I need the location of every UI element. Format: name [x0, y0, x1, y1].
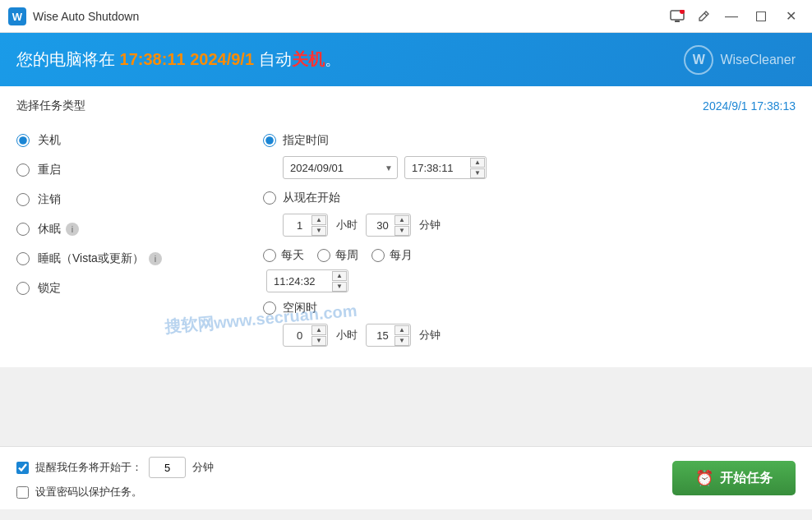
main-content-wrapper: 选择任务类型 2024/9/1 17:38:13 关机 重启 注销 — [0, 86, 812, 446]
time-spinner-arrows: ▲ ▼ — [470, 158, 485, 178]
start-btn-icon: ⏰ — [695, 469, 713, 487]
minimize-btn[interactable]: — — [718, 5, 745, 28]
status-prefix: 您的电脑将在 — [16, 50, 120, 68]
radio-lock-label: 锁定 — [38, 281, 61, 296]
idle-radio[interactable] — [263, 301, 276, 315]
wisecleaner-label: WiseCleaner — [720, 53, 796, 67]
date-selector: ▼ — [283, 156, 398, 179]
radio-sleep[interactable]: 睡眠（Vista或更新） i — [16, 251, 247, 266]
daily-label: 每天 — [281, 248, 304, 263]
radio-logoff[interactable]: 注销 — [16, 192, 247, 207]
monthly-label: 每月 — [390, 248, 413, 263]
password-checkbox[interactable] — [16, 486, 29, 499]
radio-restart[interactable]: 重启 — [16, 163, 247, 177]
from-now-radio[interactable] — [263, 191, 276, 205]
title-bar-controls: — ✕ — [666, 5, 804, 28]
idle-option[interactable]: 空闲时 — [263, 301, 796, 315]
close-btn[interactable]: ✕ — [777, 5, 804, 28]
idle-minutes-spinner: ▲ ▼ — [366, 324, 411, 347]
idle-hours-up-btn[interactable]: ▲ — [311, 325, 326, 335]
specified-time-option[interactable]: 指定时间 — [263, 133, 796, 148]
restore-btn[interactable] — [748, 5, 774, 28]
wisecleaner-logo: W — [684, 45, 713, 75]
weekly-radio[interactable] — [317, 249, 330, 262]
time-up-btn[interactable]: ▲ — [470, 158, 485, 168]
edit-icon-btn[interactable] — [692, 5, 715, 28]
specified-time-radio[interactable] — [263, 134, 276, 147]
two-columns-layout: 关机 重启 注销 休眠 i 睡眠（Vista或更新） — [16, 127, 796, 355]
time-spinner: ▲ ▼ — [404, 156, 487, 179]
status-middle: 自动 — [254, 50, 292, 68]
start-task-button[interactable]: ⏰ 开始任务 — [672, 461, 796, 495]
radio-restart-label: 重启 — [38, 163, 61, 177]
monthly-option[interactable]: 每月 — [371, 248, 413, 263]
datetime-row: ▼ ▲ ▼ — [283, 156, 796, 179]
radio-hibernate-input[interactable] — [16, 223, 30, 236]
daily-radio[interactable] — [263, 249, 276, 262]
idle-label: 空闲时 — [283, 301, 317, 315]
radio-hibernate[interactable]: 休眠 i — [16, 222, 247, 237]
from-now-section: 从现在开始 ▲ ▼ 小时 — [263, 191, 796, 237]
specified-time-section: 指定时间 ▼ ▲ ▼ — [263, 133, 796, 179]
date-input[interactable] — [283, 156, 398, 179]
reminder-label-suffix: 分钟 — [192, 460, 214, 475]
hours-spinner-arrows: ▲ ▼ — [311, 215, 326, 236]
action-highlight: 关机 — [292, 50, 325, 68]
idle-section: 空闲时 ▲ ▼ 小时 — [263, 301, 796, 347]
from-now-option[interactable]: 从现在开始 — [263, 191, 796, 205]
radio-restart-input[interactable] — [16, 163, 30, 177]
minutes-spinner-arrows: ▲ ▼ — [394, 215, 409, 236]
radio-sleep-label: 睡眠（Vista或更新） — [38, 251, 144, 266]
radio-shutdown[interactable]: 关机 — [16, 133, 247, 148]
current-datetime: 2024/9/1 17:38:13 — [703, 99, 796, 113]
reminder-checkbox[interactable] — [16, 462, 29, 474]
idle-hours-down-btn[interactable]: ▼ — [311, 336, 326, 346]
radio-sleep-input[interactable] — [16, 252, 30, 265]
header-status: 您的电脑将在 17:38:11 2024/9/1 自动关机。 — [16, 48, 341, 71]
hours-spinner: ▲ ▼ — [283, 214, 328, 237]
monitor-icon-btn[interactable] — [666, 5, 689, 28]
time-down-btn[interactable]: ▼ — [470, 168, 485, 178]
minutes-down-btn[interactable]: ▼ — [394, 226, 409, 236]
hours-down-btn[interactable]: ▼ — [311, 226, 326, 236]
svg-rect-3 — [675, 21, 680, 22]
hours-up-btn[interactable]: ▲ — [311, 215, 326, 225]
app-title: Wise Auto Shutdown — [33, 10, 666, 23]
radio-lock[interactable]: 锁定 — [16, 281, 247, 296]
repeat-time-up-btn[interactable]: ▲ — [332, 271, 347, 281]
repeat-time-spinner: ▲ ▼ — [266, 269, 348, 292]
repeat-section: 每天 每周 每月 — [263, 248, 796, 292]
idle-hours-spinner: ▲ ▼ — [283, 324, 328, 347]
header-bar: 您的电脑将在 17:38:11 2024/9/1 自动关机。 W WiseCle… — [0, 33, 812, 86]
idle-minutes-unit: 分钟 — [419, 328, 441, 343]
idle-minutes-arrows: ▲ ▼ — [394, 325, 409, 346]
radio-shutdown-input[interactable] — [16, 134, 30, 147]
weekly-label: 每周 — [335, 248, 358, 263]
sleep-info-icon[interactable]: i — [149, 252, 162, 265]
weekly-option[interactable]: 每周 — [317, 248, 358, 263]
monthly-radio[interactable] — [371, 249, 385, 262]
repeat-time-arrows: ▲ ▼ — [332, 271, 347, 292]
minutes-up-btn[interactable]: ▲ — [394, 215, 409, 225]
idle-minutes-up-btn[interactable]: ▲ — [394, 325, 409, 335]
footer: 提醒我任务将开始于： 分钟 设置密码以保护任务。 ⏰ 开始任务 — [0, 446, 812, 509]
svg-rect-5 — [757, 12, 766, 21]
hibernate-info-icon[interactable]: i — [66, 223, 79, 236]
reminder-row: 提醒我任务将开始于： 分钟 — [16, 457, 214, 478]
app-logo: W — [8, 7, 26, 25]
repeat-time-down-btn[interactable]: ▼ — [332, 282, 347, 292]
header-logo-area: W WiseCleaner — [684, 45, 796, 75]
svg-text:W: W — [12, 11, 23, 23]
password-label: 设置密码以保护任务。 — [35, 485, 142, 499]
status-suffix: 。 — [325, 50, 341, 68]
reminder-minutes-input[interactable] — [149, 457, 186, 478]
idle-hours-unit: 小时 — [336, 328, 358, 343]
task-type-label: 选择任务类型 — [16, 99, 85, 113]
schedule-column: 指定时间 ▼ ▲ ▼ — [247, 127, 796, 355]
radio-logoff-input[interactable] — [16, 193, 30, 206]
time-highlight: 17:38:11 2024/9/1 — [120, 50, 254, 68]
footer-left: 提醒我任务将开始于： 分钟 设置密码以保护任务。 — [16, 457, 214, 499]
radio-lock-input[interactable] — [16, 282, 30, 295]
idle-minutes-down-btn[interactable]: ▼ — [394, 336, 409, 346]
daily-option[interactable]: 每天 — [263, 248, 304, 263]
